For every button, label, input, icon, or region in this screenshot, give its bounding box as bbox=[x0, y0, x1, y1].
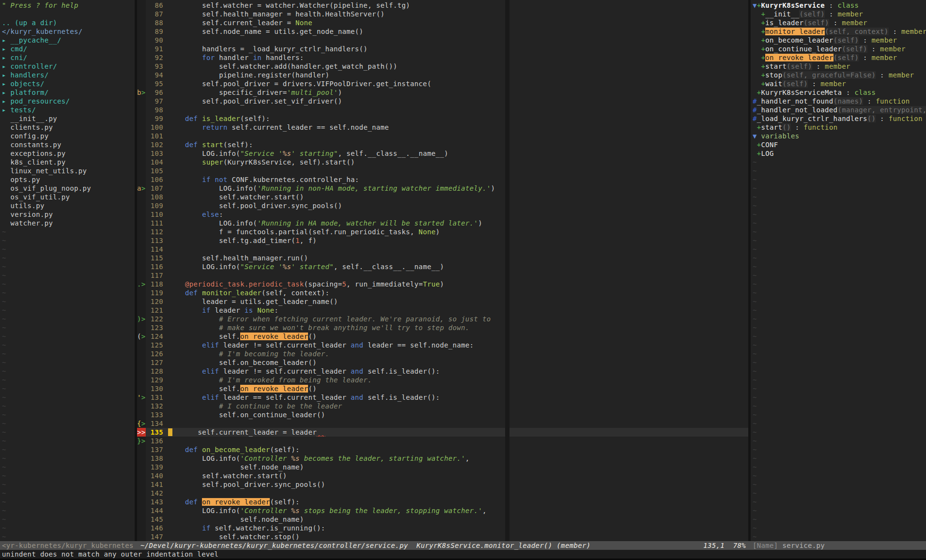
code-line[interactable]: '>131 elif leader == self.current_leader… bbox=[137, 393, 748, 402]
tree-item[interactable]: .. (up a dir) bbox=[2, 18, 133, 27]
code-line[interactable]: 88 self.current_leader = None bbox=[137, 18, 748, 27]
tag-item[interactable]: +on_revoke_leader(self) : member bbox=[753, 53, 926, 62]
code-line[interactable]: 108 self.watcher.start() bbox=[137, 193, 748, 201]
code-line[interactable]: 121 if leader is None: bbox=[137, 306, 748, 315]
tree-item[interactable]: ▸ handlers/ bbox=[2, 71, 133, 79]
code-line[interactable]: 111 LOG.info('Running in HA mode, watche… bbox=[137, 219, 748, 227]
code-line[interactable]: 115 self.health_manager.run() bbox=[137, 254, 748, 262]
code-line[interactable]: 90 bbox=[137, 36, 748, 45]
tag-item[interactable]: +CONF bbox=[753, 140, 926, 149]
code-line[interactable]: 114 bbox=[137, 245, 748, 254]
code-line[interactable]: 91 handlers = _load_kuryr_ctrlr_handlers… bbox=[137, 45, 748, 53]
code-line[interactable]: 144 LOG.info('Controller %s stops being … bbox=[137, 506, 748, 515]
code-line[interactable]: 127 self.on_become_leader() bbox=[137, 358, 748, 367]
code-line[interactable]: 94 pipeline.register(handler) bbox=[137, 71, 748, 79]
tree-item[interactable]: opts.py bbox=[2, 175, 133, 184]
tag-item[interactable]: +on_become_leader(self) : member bbox=[753, 36, 926, 45]
code-line[interactable]: 104 super(KuryrK8sService, self).start() bbox=[137, 158, 748, 166]
tree-item[interactable]: ▸ pod_resources/ bbox=[2, 97, 133, 106]
tag-item[interactable]: #_load_kuryr_ctrlr_handlers() : function bbox=[753, 114, 926, 123]
code-line[interactable]: 100 return self.current_leader == self.n… bbox=[137, 123, 748, 132]
code-line[interactable]: a>107 LOG.info('Running in non-HA mode, … bbox=[137, 184, 748, 193]
code-line[interactable]: 126 # I'm becoming the leader. bbox=[137, 349, 748, 358]
tree-item[interactable]: </kuryr_kubernetes/ bbox=[2, 27, 133, 36]
code-line[interactable]: 128 elif leader != self.current_leader a… bbox=[137, 367, 748, 376]
code-line[interactable]: b>96 specific_driver='multi_pool') bbox=[137, 88, 748, 97]
tree-item[interactable]: watcher.py bbox=[2, 219, 133, 227]
tree-item[interactable]: ▸ platform/ bbox=[2, 88, 133, 97]
code-line[interactable]: (>124 self.on_revoke_leader() bbox=[137, 332, 748, 341]
code-line[interactable]: 112 f = functools.partial(self.run_perio… bbox=[137, 227, 748, 236]
code-line[interactable]: 105 bbox=[137, 166, 748, 175]
code-line[interactable]: 145 self.node_name) bbox=[137, 515, 748, 524]
code-line[interactable]: 139 self.node_name) bbox=[137, 463, 748, 471]
tree-item[interactable]: utils.py bbox=[2, 201, 133, 210]
tag-item[interactable]: +monitor_leader(self, context) : member bbox=[753, 27, 926, 36]
tree-item[interactable]: ▸ controller/ bbox=[2, 62, 133, 71]
code-line[interactable]: 101 bbox=[137, 132, 748, 140]
tree-item[interactable]: " Press ? for help bbox=[2, 1, 133, 10]
code-line[interactable]: 98 bbox=[137, 106, 748, 114]
tree-item[interactable]: ▸ cni/ bbox=[2, 53, 133, 62]
code-line[interactable]: 133 self.on_continue_leader() bbox=[137, 410, 748, 419]
code-line[interactable]: 143 def on_revoke_leader(self): bbox=[137, 498, 748, 506]
code-line[interactable]: 102 def start(self): bbox=[137, 140, 748, 149]
tag-item[interactable]: +on_continue_leader(self) : member bbox=[753, 45, 926, 53]
code-line[interactable]: 95 self.pool_driver = drivers.VIFPoolDri… bbox=[137, 79, 748, 88]
code-line[interactable]: >>135 self.current_leader = leader bbox=[137, 428, 748, 437]
code-line[interactable]: 113 self.tg.add_timer(1, f) bbox=[137, 236, 748, 245]
code-line[interactable]: 119 def monitor_leader(self, context): bbox=[137, 288, 748, 297]
tree-item[interactable]: version.py bbox=[2, 210, 133, 219]
code-line[interactable]: 110 else: bbox=[137, 210, 748, 219]
code-line[interactable]: 129 # I'm revoked from being the leader. bbox=[137, 376, 748, 384]
code-line[interactable]: 99 def is_leader(self): bbox=[137, 114, 748, 123]
tree-item[interactable]: ▸ tests/ bbox=[2, 106, 133, 114]
tree-item[interactable]: ▸ __pycache__/ bbox=[2, 36, 133, 45]
code-line[interactable]: 86 self.watcher = watcher.Watcher(pipeli… bbox=[137, 1, 748, 10]
code-line[interactable]: 87 self.health_manager = health.HealthSe… bbox=[137, 10, 748, 18]
code-line[interactable]: 103 LOG.info("Service '%s' starting", se… bbox=[137, 149, 748, 158]
tree-item[interactable]: config.py bbox=[2, 132, 133, 140]
code-line[interactable]: 97 self.pool_driver.set_vif_driver() bbox=[137, 97, 748, 106]
code-line[interactable]: 92 for handler in handlers: bbox=[137, 53, 748, 62]
nerdtree-panel[interactable]: " Press ? for help.. (up a dir)</kuryr_k… bbox=[0, 0, 135, 541]
code-line[interactable]: }>136 bbox=[137, 437, 748, 445]
code-line[interactable]: 123 # make sure we won't break anything … bbox=[137, 323, 748, 332]
code-line[interactable]: 132 # I continue to be the leader bbox=[137, 402, 748, 410]
tree-item[interactable]: ▸ objects/ bbox=[2, 79, 133, 88]
code-line[interactable]: 125 elif leader != self.current_leader a… bbox=[137, 341, 748, 349]
tree-item[interactable]: __init__.py bbox=[2, 114, 133, 123]
tree-item[interactable]: ▸ cmd/ bbox=[2, 45, 133, 53]
tag-item[interactable]: #_handler_not_found(names) : function bbox=[753, 97, 926, 106]
code-line[interactable]: 142 bbox=[137, 489, 748, 498]
code-line[interactable]: 120 leader = utils.get_leader_name() bbox=[137, 297, 748, 306]
tree-item[interactable]: exceptions.py bbox=[2, 149, 133, 158]
tag-item[interactable]: ▼ variables bbox=[753, 132, 926, 140]
tag-item[interactable]: +LOG bbox=[753, 149, 926, 158]
code-line[interactable]: 137 def on_become_leader(self): bbox=[137, 445, 748, 454]
code-window[interactable]: 86 self.watcher = watcher.Watcher(pipeli… bbox=[137, 0, 748, 541]
tagbar-panel[interactable]: ▼+KuryrK8sService : class +__init__(self… bbox=[751, 0, 926, 541]
tag-item[interactable]: +__init__(self) : member bbox=[753, 10, 926, 18]
code-line[interactable]: {>134 bbox=[137, 419, 748, 428]
code-line[interactable]: 116 LOG.info("Service '%s' started", sel… bbox=[137, 262, 748, 271]
tree-item[interactable]: os_vif_plug_noop.py bbox=[2, 184, 133, 193]
code-line[interactable]: 93 self.watcher.add(handler.get_watch_pa… bbox=[137, 62, 748, 71]
tag-item[interactable]: +KuryrK8sServiceMeta : class bbox=[753, 88, 926, 97]
tag-item[interactable]: #_handler_not_loaded(manager, entrypoint… bbox=[753, 106, 926, 114]
tag-item[interactable]: +start() : function bbox=[753, 123, 926, 132]
tree-item[interactable]: constants.py bbox=[2, 140, 133, 149]
code-line[interactable]: 117 bbox=[137, 271, 748, 280]
code-line[interactable]: 130 self.on_revoke_leader() bbox=[137, 384, 748, 393]
code-line[interactable]: 146 if self.watcher.is_running(): bbox=[137, 524, 748, 532]
tag-item[interactable]: +stop(self, graceful=False) : member bbox=[753, 71, 926, 79]
code-line[interactable]: )>122 # Error when fetching current lead… bbox=[137, 315, 748, 323]
tag-item[interactable]: +wait(self) : member bbox=[753, 79, 926, 88]
code-line[interactable]: 147 self.watcher.stop() bbox=[137, 532, 748, 541]
tree-item[interactable]: os_vif_util.py bbox=[2, 193, 133, 201]
tree-item[interactable]: linux_net_utils.py bbox=[2, 166, 133, 175]
code-line[interactable]: 140 self.watcher.start() bbox=[137, 471, 748, 480]
code-line[interactable]: 89 self.node_name = utils.get_node_name(… bbox=[137, 27, 748, 36]
code-line[interactable]: 141 self.pool_driver.sync_pools() bbox=[137, 480, 748, 489]
code-line[interactable]: .>118 @periodic_task.periodic_task(spaci… bbox=[137, 280, 748, 288]
